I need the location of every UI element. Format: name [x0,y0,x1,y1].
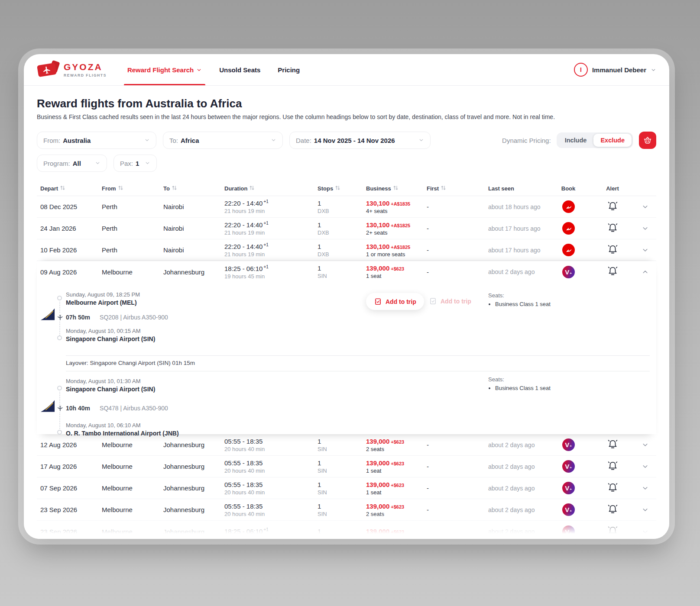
table-row[interactable]: 09 Aug 2026 Melbourne Johannesburg 18:25… [37,261,656,283]
airline-logo: V+ [562,482,575,494]
bell-icon [606,525,619,538]
brand-name: GYOZA [64,62,107,72]
cell-book[interactable]: V+ [550,482,587,494]
expand-chevron[interactable] [638,441,652,448]
include-button[interactable]: Include [558,134,594,147]
column-header[interactable]: First [423,185,485,192]
filter-program[interactable]: Program: All [37,155,107,172]
airline-logo: V+ [562,222,575,235]
sort-icon [118,185,123,192]
expand-chevron[interactable] [638,225,652,232]
cell-duration: 18:25 - 06:10+1 [221,527,314,536]
cell-book[interactable]: V+ [550,266,587,278]
user-menu[interactable]: I Immanuel Debeer [574,54,656,85]
expand-chevron[interactable] [638,203,652,210]
cell-business: 139,000+$623 1 seat [363,264,423,279]
expand-chevron[interactable] [638,246,652,254]
cell-book[interactable]: V+ [550,244,587,256]
cell-duration: 05:55 - 18:35 20 hours 40 min [221,480,314,496]
cell-alert[interactable] [587,481,638,495]
column-header[interactable]: Stops [314,185,363,192]
column-header[interactable]: Last seen [485,185,550,192]
cell-book[interactable]: V+ [550,222,587,235]
airline-logo: V+ [562,460,575,473]
cell-book[interactable]: V+ [550,438,587,451]
nav-unsold-seats[interactable]: Unsold Seats [219,54,260,85]
layover-info: Layover: Singapore Changi Airport (SIN) … [66,360,195,366]
cell-first: - [423,268,485,276]
add-to-trip-button[interactable]: Add to trip [366,293,424,310]
timeline-stop-marker [57,386,62,390]
column-header[interactable]: From [98,185,160,192]
brand[interactable]: GYOZA REWARD FLIGHTS [37,54,107,85]
filter-to[interactable]: To: Africa [163,132,283,149]
cell-from: Melbourne [98,268,160,276]
filter-from[interactable]: From: Australia [37,132,156,149]
cell-alert[interactable] [587,222,638,235]
expand-chevron[interactable] [638,528,652,535]
table-row[interactable]: 08 Dec 2025 Perth Nairobi 22:20 - 14:40+… [37,196,656,218]
sort-icon [441,185,446,192]
table-row[interactable]: 23 Sep 2026 Melbourne Johannesburg 05:55… [37,499,656,521]
cell-alert[interactable] [587,200,638,214]
column-header[interactable]: Business [363,185,423,192]
velocity-logo: V+ [565,484,572,492]
cell-alert[interactable] [587,525,638,538]
airline-logo: V+ [562,244,575,256]
expand-chevron[interactable] [638,268,652,276]
column-header[interactable]: To [160,185,221,192]
column-header[interactable]: Duration [221,185,314,192]
cell-duration: 22:20 - 14:40+1 21 hours 19 min [221,199,314,214]
chevron-down-icon [144,137,150,144]
cell-first: - [423,246,485,254]
cell-from: Melbourne [98,463,160,470]
table-row[interactable]: 24 Jan 2026 Perth Nairobi 22:20 - 14:40+… [37,218,656,239]
filter-pax[interactable]: Pax: 1 [113,155,157,172]
cell-depart: 17 Aug 2026 [37,463,98,470]
basket-icon [643,135,652,145]
cell-book[interactable]: V+ [550,460,587,473]
nav-pricing[interactable]: Pricing [278,54,300,85]
expand-chevron[interactable] [638,463,652,470]
cell-first: - [423,463,485,470]
cell-alert[interactable] [587,243,638,257]
column-header[interactable]: Alert [587,185,638,192]
cell-alert[interactable] [587,438,638,452]
chevron-down-icon [271,137,276,144]
exclude-button[interactable]: Exclude [593,134,632,147]
table-row[interactable]: 12 Aug 2026 Melbourne Johannesburg 05:55… [37,434,656,456]
cell-from: Perth [98,246,160,254]
cell-to: Johannesburg [160,484,221,492]
cell-alert[interactable] [587,503,638,517]
column-header[interactable]: Book [550,185,587,192]
cell-duration: 05:55 - 18:35 20 hours 40 min [221,459,314,474]
table-row[interactable]: 10 Feb 2026 Perth Nairobi 22:20 - 14:40+… [37,239,656,261]
cell-last-seen: about 17 hours ago [485,247,550,254]
table-row[interactable]: 23 Sep 2026 Melbourne Johannesburg 18:25… [37,521,656,539]
velocity-logo: V+ [565,506,572,513]
cart-button[interactable] [639,132,656,149]
cell-book[interactable]: V+ [550,200,587,213]
cell-to: Johannesburg [160,528,221,535]
cell-book[interactable]: V+ [550,503,587,516]
cell-alert[interactable] [587,265,638,279]
page-subtitle: Business & First Class cached results se… [37,113,656,120]
filter-date[interactable]: Date: 14 Nov 2025 - 14 Nov 2026 [289,132,431,149]
column-header[interactable]: Depart [37,185,98,192]
cell-alert[interactable] [587,460,638,474]
expand-chevron[interactable] [638,506,652,513]
cell-book[interactable]: V+ [550,525,587,538]
cell-duration: 05:55 - 18:35 20 hours 40 min [221,437,314,452]
add-to-trip-button-disabled[interactable]: Add to trip [429,297,471,305]
expand-chevron[interactable] [638,484,652,492]
bell-icon [606,243,619,257]
cell-depart: 12 Aug 2026 [37,441,98,448]
bell-icon [606,460,619,474]
velocity-logo: V+ [565,528,572,535]
cell-depart: 08 Dec 2025 [37,203,98,210]
table-row[interactable]: 17 Aug 2026 Melbourne Johannesburg 05:55… [37,456,656,477]
cell-business: 130,100+A$1835 4+ seats [363,200,423,214]
table-row[interactable]: 07 Sep 2026 Melbourne Johannesburg 05:55… [37,477,656,499]
nav-reward-flight-search[interactable]: Reward Flight Search [127,54,202,85]
sort-icon [250,185,254,192]
